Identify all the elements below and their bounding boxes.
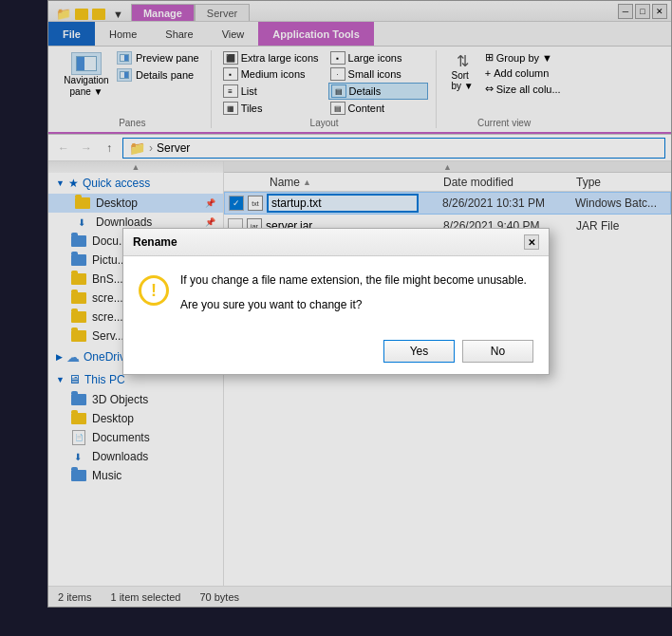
dialog-title: Rename [133,235,177,249]
dialog-body: ! If you change a file name extension, t… [123,256,549,332]
dialog-close-button[interactable]: ✕ [524,234,539,250]
rename-dialog: Rename ✕ ! If you change a file name ext… [122,228,550,375]
dialog-overlay: Rename ✕ ! If you change a file name ext… [0,0,672,636]
dialog-line1: If you change a file name extension, the… [180,271,533,289]
dialog-yes-button[interactable]: Yes [383,340,455,363]
dialog-text: If you change a file name extension, the… [180,271,533,321]
warning-icon: ! [139,275,169,306]
dialog-buttons: Yes No [123,332,549,374]
dialog-no-button[interactable]: No [462,340,533,363]
dialog-title-bar: Rename ✕ [123,229,549,256]
dialog-line2: Are you sure you want to change it? [180,296,533,313]
